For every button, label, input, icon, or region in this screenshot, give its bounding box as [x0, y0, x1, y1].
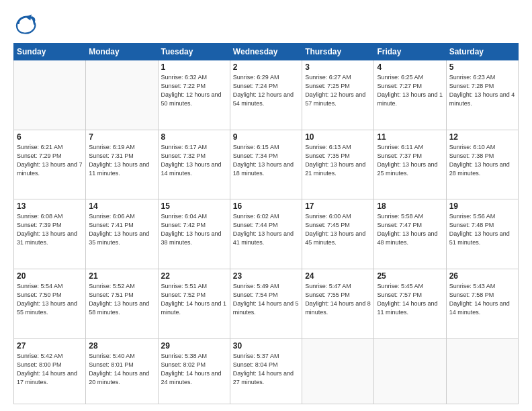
- day-number: 2: [233, 62, 299, 72]
- day-number: 23: [233, 271, 299, 281]
- weekday-header-tuesday: Tuesday: [158, 44, 230, 60]
- calendar-cell: 22Sunrise: 5:51 AMSunset: 7:52 PMDayligh…: [158, 269, 230, 338]
- day-detail: Sunrise: 5:49 AMSunset: 7:54 PMDaylight:…: [233, 282, 299, 317]
- day-detail: Sunrise: 5:54 AMSunset: 7:50 PMDaylight:…: [17, 282, 83, 317]
- day-number: 4: [377, 62, 443, 72]
- day-detail: Sunrise: 6:13 AMSunset: 7:35 PMDaylight:…: [305, 143, 371, 178]
- day-number: 25: [377, 271, 443, 281]
- day-detail: Sunrise: 5:56 AMSunset: 7:48 PMDaylight:…: [449, 212, 515, 247]
- day-detail: Sunrise: 6:19 AMSunset: 7:31 PMDaylight:…: [89, 143, 154, 178]
- day-detail: Sunrise: 5:43 AMSunset: 7:58 PMDaylight:…: [449, 282, 515, 317]
- calendar-cell: 24Sunrise: 5:47 AMSunset: 7:55 PMDayligh…: [302, 269, 374, 338]
- day-number: 7: [89, 132, 154, 142]
- calendar-cell: 17Sunrise: 6:00 AMSunset: 7:45 PMDayligh…: [302, 199, 374, 269]
- day-number: 28: [89, 341, 154, 351]
- calendar-cell: 20Sunrise: 5:54 AMSunset: 7:50 PMDayligh…: [14, 269, 86, 338]
- day-number: 3: [305, 62, 371, 72]
- calendar-cell: 15Sunrise: 6:04 AMSunset: 7:42 PMDayligh…: [158, 199, 230, 269]
- day-number: 12: [449, 132, 515, 142]
- calendar-cell: 11Sunrise: 6:11 AMSunset: 7:37 PMDayligh…: [374, 130, 446, 199]
- day-detail: Sunrise: 6:27 AMSunset: 7:25 PMDaylight:…: [305, 73, 371, 108]
- calendar-cell: [86, 60, 158, 130]
- day-detail: Sunrise: 5:47 AMSunset: 7:55 PMDaylight:…: [305, 282, 371, 317]
- day-number: 15: [161, 201, 227, 211]
- day-detail: Sunrise: 5:51 AMSunset: 7:52 PMDaylight:…: [161, 282, 227, 317]
- calendar-table: SundayMondayTuesdayWednesdayThursdayFrid…: [13, 43, 519, 404]
- day-number: 22: [161, 271, 227, 281]
- calendar-body: 1Sunrise: 6:32 AMSunset: 7:22 PMDaylight…: [14, 60, 519, 404]
- day-number: 20: [17, 271, 83, 281]
- day-detail: Sunrise: 6:04 AMSunset: 7:42 PMDaylight:…: [161, 212, 227, 247]
- calendar-cell: 19Sunrise: 5:56 AMSunset: 7:48 PMDayligh…: [446, 199, 518, 269]
- calendar-cell: 23Sunrise: 5:49 AMSunset: 7:54 PMDayligh…: [230, 269, 302, 338]
- day-detail: Sunrise: 6:08 AMSunset: 7:39 PMDaylight:…: [17, 212, 83, 247]
- weekday-header-thursday: Thursday: [302, 44, 374, 60]
- day-number: 17: [305, 201, 371, 211]
- weekday-header-monday: Monday: [86, 44, 158, 60]
- calendar-cell: 25Sunrise: 5:45 AMSunset: 7:57 PMDayligh…: [374, 269, 446, 338]
- header: [13, 12, 519, 36]
- calendar-cell: 16Sunrise: 6:02 AMSunset: 7:44 PMDayligh…: [230, 199, 302, 269]
- calendar-cell: 18Sunrise: 5:58 AMSunset: 7:47 PMDayligh…: [374, 199, 446, 269]
- day-detail: Sunrise: 5:38 AMSunset: 8:02 PMDaylight:…: [161, 352, 227, 387]
- calendar-cell: 26Sunrise: 5:43 AMSunset: 7:58 PMDayligh…: [446, 269, 518, 338]
- calendar-cell: 8Sunrise: 6:17 AMSunset: 7:32 PMDaylight…: [158, 130, 230, 199]
- calendar-cell: 7Sunrise: 6:19 AMSunset: 7:31 PMDaylight…: [86, 130, 158, 199]
- calendar-week-3: 13Sunrise: 6:08 AMSunset: 7:39 PMDayligh…: [14, 199, 519, 269]
- day-number: 5: [449, 62, 515, 72]
- day-number: 27: [17, 341, 83, 351]
- calendar-cell: 4Sunrise: 6:25 AMSunset: 7:27 PMDaylight…: [374, 60, 446, 130]
- calendar-cell: 2Sunrise: 6:29 AMSunset: 7:24 PMDaylight…: [230, 60, 302, 130]
- calendar-cell: 27Sunrise: 5:42 AMSunset: 8:00 PMDayligh…: [14, 338, 86, 404]
- calendar-cell: [302, 338, 374, 404]
- day-number: 29: [161, 341, 227, 351]
- calendar-cell: 6Sunrise: 6:21 AMSunset: 7:29 PMDaylight…: [14, 130, 86, 199]
- day-detail: Sunrise: 6:32 AMSunset: 7:22 PMDaylight:…: [161, 73, 227, 108]
- day-number: 16: [233, 201, 299, 211]
- day-number: 9: [233, 132, 299, 142]
- calendar-cell: 5Sunrise: 6:23 AMSunset: 7:28 PMDaylight…: [446, 60, 518, 130]
- day-number: 26: [449, 271, 515, 281]
- calendar-cell: 3Sunrise: 6:27 AMSunset: 7:25 PMDaylight…: [302, 60, 374, 130]
- calendar-cell: 10Sunrise: 6:13 AMSunset: 7:35 PMDayligh…: [302, 130, 374, 199]
- day-detail: Sunrise: 6:21 AMSunset: 7:29 PMDaylight:…: [17, 143, 83, 178]
- day-detail: Sunrise: 6:02 AMSunset: 7:44 PMDaylight:…: [233, 212, 299, 247]
- day-detail: Sunrise: 6:23 AMSunset: 7:28 PMDaylight:…: [449, 73, 515, 108]
- logo-icon: [13, 12, 38, 36]
- weekday-header-wednesday: Wednesday: [230, 44, 302, 60]
- day-number: 14: [89, 201, 154, 211]
- day-number: 24: [305, 271, 371, 281]
- day-number: 19: [449, 201, 515, 211]
- weekday-header-saturday: Saturday: [446, 44, 518, 60]
- calendar-cell: 1Sunrise: 6:32 AMSunset: 7:22 PMDaylight…: [158, 60, 230, 130]
- day-detail: Sunrise: 5:58 AMSunset: 7:47 PMDaylight:…: [377, 212, 443, 247]
- day-detail: Sunrise: 6:25 AMSunset: 7:27 PMDaylight:…: [377, 73, 443, 108]
- day-detail: Sunrise: 6:17 AMSunset: 7:32 PMDaylight:…: [161, 143, 227, 178]
- day-detail: Sunrise: 5:52 AMSunset: 7:51 PMDaylight:…: [89, 282, 154, 317]
- calendar-cell: 13Sunrise: 6:08 AMSunset: 7:39 PMDayligh…: [14, 199, 86, 269]
- calendar-cell: [14, 60, 86, 130]
- day-number: 8: [161, 132, 227, 142]
- day-number: 11: [377, 132, 443, 142]
- calendar-week-4: 20Sunrise: 5:54 AMSunset: 7:50 PMDayligh…: [14, 269, 519, 338]
- day-number: 30: [233, 341, 299, 351]
- weekday-header-row: SundayMondayTuesdayWednesdayThursdayFrid…: [14, 44, 519, 60]
- day-detail: Sunrise: 5:42 AMSunset: 8:00 PMDaylight:…: [17, 352, 83, 387]
- weekday-header-friday: Friday: [374, 44, 446, 60]
- calendar-week-2: 6Sunrise: 6:21 AMSunset: 7:29 PMDaylight…: [14, 130, 519, 199]
- day-number: 13: [17, 201, 83, 211]
- calendar-cell: 21Sunrise: 5:52 AMSunset: 7:51 PMDayligh…: [86, 269, 158, 338]
- weekday-header-sunday: Sunday: [14, 44, 86, 60]
- day-detail: Sunrise: 6:10 AMSunset: 7:38 PMDaylight:…: [449, 143, 515, 178]
- day-number: 1: [161, 62, 227, 72]
- day-detail: Sunrise: 5:37 AMSunset: 8:04 PMDaylight:…: [233, 352, 299, 387]
- day-detail: Sunrise: 5:45 AMSunset: 7:57 PMDaylight:…: [377, 282, 443, 317]
- calendar-header: SundayMondayTuesdayWednesdayThursdayFrid…: [14, 44, 519, 60]
- day-number: 21: [89, 271, 154, 281]
- page: SundayMondayTuesdayWednesdayThursdayFrid…: [0, 0, 532, 411]
- calendar-cell: [374, 338, 446, 404]
- logo: [13, 12, 42, 36]
- day-number: 10: [305, 132, 371, 142]
- day-detail: Sunrise: 6:06 AMSunset: 7:41 PMDaylight:…: [89, 212, 154, 247]
- calendar-cell: 28Sunrise: 5:40 AMSunset: 8:01 PMDayligh…: [86, 338, 158, 404]
